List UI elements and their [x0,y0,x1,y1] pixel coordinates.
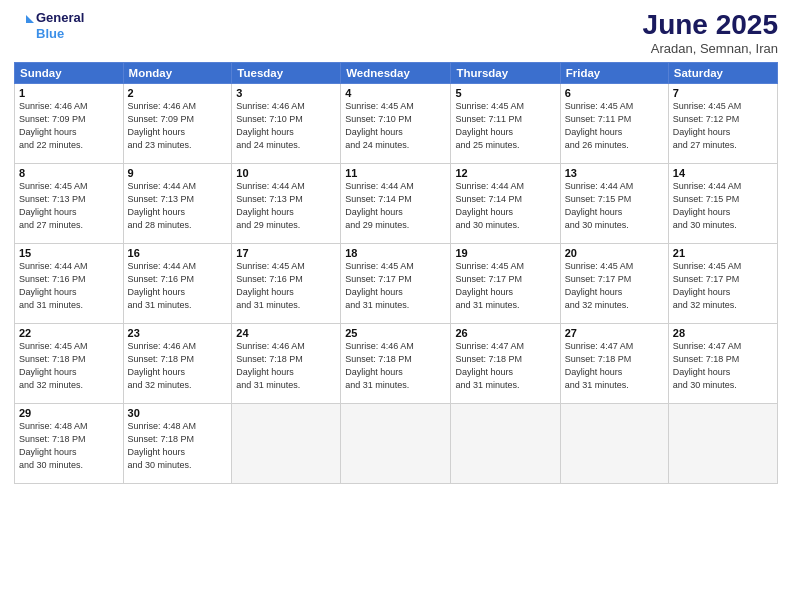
day-info: Sunrise: 4:47 AM Sunset: 7:18 PM Dayligh… [455,340,555,392]
day-number: 25 [345,327,446,339]
day-info: Sunrise: 4:47 AM Sunset: 7:18 PM Dayligh… [565,340,664,392]
day-cell: 28 Sunrise: 4:47 AM Sunset: 7:18 PM Dayl… [668,323,777,403]
day-number: 12 [455,167,555,179]
day-info: Sunrise: 4:46 AM Sunset: 7:10 PM Dayligh… [236,100,336,152]
day-number: 13 [565,167,664,179]
day-cell: 17 Sunrise: 4:45 AM Sunset: 7:16 PM Dayl… [232,243,341,323]
day-number: 2 [128,87,228,99]
day-info: Sunrise: 4:45 AM Sunset: 7:17 PM Dayligh… [565,260,664,312]
day-info: Sunrise: 4:44 AM Sunset: 7:15 PM Dayligh… [673,180,773,232]
header-row: Sunday Monday Tuesday Wednesday Thursday… [15,62,778,83]
day-cell: 19 Sunrise: 4:45 AM Sunset: 7:17 PM Dayl… [451,243,560,323]
day-cell: 10 Sunrise: 4:44 AM Sunset: 7:13 PM Dayl… [232,163,341,243]
day-info: Sunrise: 4:46 AM Sunset: 7:18 PM Dayligh… [128,340,228,392]
day-info: Sunrise: 4:44 AM Sunset: 7:15 PM Dayligh… [565,180,664,232]
svg-marker-0 [26,15,34,23]
day-info: Sunrise: 4:45 AM Sunset: 7:17 PM Dayligh… [673,260,773,312]
logo-svg [14,11,34,41]
day-cell: 13 Sunrise: 4:44 AM Sunset: 7:15 PM Dayl… [560,163,668,243]
day-cell: 20 Sunrise: 4:45 AM Sunset: 7:17 PM Dayl… [560,243,668,323]
day-info: Sunrise: 4:44 AM Sunset: 7:16 PM Dayligh… [128,260,228,312]
day-number: 23 [128,327,228,339]
logo-general: General [36,10,84,26]
day-number: 11 [345,167,446,179]
day-cell: 5 Sunrise: 4:45 AM Sunset: 7:11 PM Dayli… [451,83,560,163]
week-row: 15 Sunrise: 4:44 AM Sunset: 7:16 PM Dayl… [15,243,778,323]
title-block: June 2025 Aradan, Semnan, Iran [643,10,778,56]
col-monday: Monday [123,62,232,83]
day-info: Sunrise: 4:44 AM Sunset: 7:13 PM Dayligh… [236,180,336,232]
day-number: 6 [565,87,664,99]
day-number: 3 [236,87,336,99]
day-cell: 12 Sunrise: 4:44 AM Sunset: 7:14 PM Dayl… [451,163,560,243]
day-info: Sunrise: 4:45 AM Sunset: 7:18 PM Dayligh… [19,340,119,392]
day-cell: 26 Sunrise: 4:47 AM Sunset: 7:18 PM Dayl… [451,323,560,403]
col-sunday: Sunday [15,62,124,83]
day-cell: 30 Sunrise: 4:48 AM Sunset: 7:18 PM Dayl… [123,403,232,483]
day-info: Sunrise: 4:45 AM Sunset: 7:17 PM Dayligh… [455,260,555,312]
day-number: 24 [236,327,336,339]
day-cell: 18 Sunrise: 4:45 AM Sunset: 7:17 PM Dayl… [341,243,451,323]
day-number: 28 [673,327,773,339]
day-number: 19 [455,247,555,259]
day-cell: 16 Sunrise: 4:44 AM Sunset: 7:16 PM Dayl… [123,243,232,323]
day-info: Sunrise: 4:46 AM Sunset: 7:18 PM Dayligh… [236,340,336,392]
day-number: 21 [673,247,773,259]
day-cell: 2 Sunrise: 4:46 AM Sunset: 7:09 PM Dayli… [123,83,232,163]
week-row: 8 Sunrise: 4:45 AM Sunset: 7:13 PM Dayli… [15,163,778,243]
day-number: 22 [19,327,119,339]
day-info: Sunrise: 4:45 AM Sunset: 7:11 PM Dayligh… [565,100,664,152]
day-info: Sunrise: 4:44 AM Sunset: 7:13 PM Dayligh… [128,180,228,232]
day-cell: 4 Sunrise: 4:45 AM Sunset: 7:10 PM Dayli… [341,83,451,163]
day-number: 5 [455,87,555,99]
day-number: 30 [128,407,228,419]
calendar-table: Sunday Monday Tuesday Wednesday Thursday… [14,62,778,484]
day-cell: 8 Sunrise: 4:45 AM Sunset: 7:13 PM Dayli… [15,163,124,243]
day-cell: 9 Sunrise: 4:44 AM Sunset: 7:13 PM Dayli… [123,163,232,243]
day-cell: 24 Sunrise: 4:46 AM Sunset: 7:18 PM Dayl… [232,323,341,403]
day-info: Sunrise: 4:46 AM Sunset: 7:09 PM Dayligh… [128,100,228,152]
day-number: 29 [19,407,119,419]
day-cell: 14 Sunrise: 4:44 AM Sunset: 7:15 PM Dayl… [668,163,777,243]
empty-cell [560,403,668,483]
day-number: 10 [236,167,336,179]
day-cell: 1 Sunrise: 4:46 AM Sunset: 7:09 PM Dayli… [15,83,124,163]
empty-cell [668,403,777,483]
day-info: Sunrise: 4:45 AM Sunset: 7:10 PM Dayligh… [345,100,446,152]
logo-blue: Blue [36,26,84,42]
day-cell: 23 Sunrise: 4:46 AM Sunset: 7:18 PM Dayl… [123,323,232,403]
week-row: 1 Sunrise: 4:46 AM Sunset: 7:09 PM Dayli… [15,83,778,163]
day-info: Sunrise: 4:48 AM Sunset: 7:18 PM Dayligh… [19,420,119,472]
day-info: Sunrise: 4:46 AM Sunset: 7:09 PM Dayligh… [19,100,119,152]
day-cell: 15 Sunrise: 4:44 AM Sunset: 7:16 PM Dayl… [15,243,124,323]
day-cell: 22 Sunrise: 4:45 AM Sunset: 7:18 PM Dayl… [15,323,124,403]
empty-cell [451,403,560,483]
day-number: 1 [19,87,119,99]
day-info: Sunrise: 4:48 AM Sunset: 7:18 PM Dayligh… [128,420,228,472]
day-number: 15 [19,247,119,259]
week-row: 29 Sunrise: 4:48 AM Sunset: 7:18 PM Dayl… [15,403,778,483]
day-number: 7 [673,87,773,99]
day-info: Sunrise: 4:44 AM Sunset: 7:16 PM Dayligh… [19,260,119,312]
day-cell: 21 Sunrise: 4:45 AM Sunset: 7:17 PM Dayl… [668,243,777,323]
day-number: 4 [345,87,446,99]
day-cell: 11 Sunrise: 4:44 AM Sunset: 7:14 PM Dayl… [341,163,451,243]
day-info: Sunrise: 4:44 AM Sunset: 7:14 PM Dayligh… [455,180,555,232]
day-cell: 29 Sunrise: 4:48 AM Sunset: 7:18 PM Dayl… [15,403,124,483]
day-cell: 6 Sunrise: 4:45 AM Sunset: 7:11 PM Dayli… [560,83,668,163]
empty-cell [232,403,341,483]
day-cell: 7 Sunrise: 4:45 AM Sunset: 7:12 PM Dayli… [668,83,777,163]
day-number: 17 [236,247,336,259]
day-number: 8 [19,167,119,179]
day-info: Sunrise: 4:45 AM Sunset: 7:11 PM Dayligh… [455,100,555,152]
day-info: Sunrise: 4:45 AM Sunset: 7:16 PM Dayligh… [236,260,336,312]
day-cell: 3 Sunrise: 4:46 AM Sunset: 7:10 PM Dayli… [232,83,341,163]
page: General Blue June 2025 Aradan, Semnan, I… [0,0,792,612]
day-info: Sunrise: 4:45 AM Sunset: 7:12 PM Dayligh… [673,100,773,152]
day-number: 14 [673,167,773,179]
day-number: 27 [565,327,664,339]
day-info: Sunrise: 4:47 AM Sunset: 7:18 PM Dayligh… [673,340,773,392]
day-number: 9 [128,167,228,179]
day-info: Sunrise: 4:44 AM Sunset: 7:14 PM Dayligh… [345,180,446,232]
day-info: Sunrise: 4:45 AM Sunset: 7:17 PM Dayligh… [345,260,446,312]
